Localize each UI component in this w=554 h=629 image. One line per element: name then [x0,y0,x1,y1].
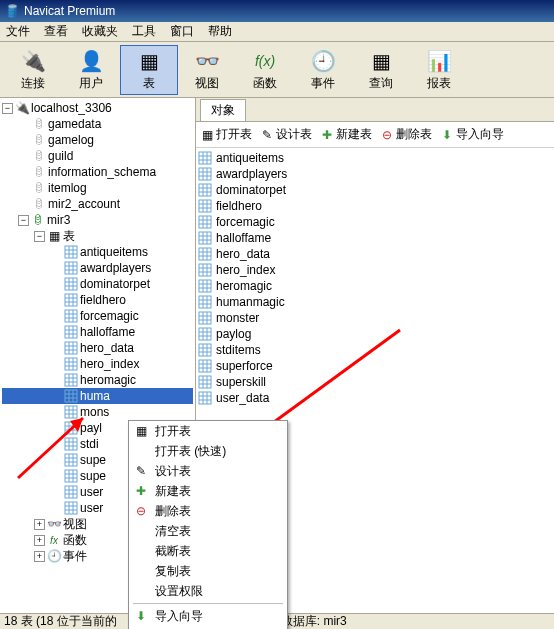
svg-rect-60 [65,438,77,450]
svg-rect-130 [199,296,211,308]
list-table-item[interactable]: superforce [198,358,552,374]
tree-table-item[interactable]: mons [2,404,193,420]
ctx-truncate-table[interactable]: 截断表 [129,541,287,561]
tree-db[interactable]: 🛢itemlog [2,180,193,196]
ctx-delete-table[interactable]: ⊖删除表 [129,501,287,521]
toolbar-connection[interactable]: 🔌连接 [4,45,62,95]
table-icon [64,261,78,275]
table-icon [64,501,78,515]
list-table-item[interactable]: user_data [198,390,552,406]
list-table-item[interactable]: monster [198,310,552,326]
tree-table-item[interactable]: awardplayers [2,260,193,276]
table-icon [64,437,78,451]
list-table-item[interactable]: awardplayers [198,166,552,182]
menu-favorites[interactable]: 收藏夹 [82,23,118,40]
expander-icon[interactable]: − [2,103,13,114]
list-table-item[interactable]: forcemagic [198,214,552,230]
toolbar-query[interactable]: ▦查询 [352,45,410,95]
list-table-item[interactable]: fieldhero [198,198,552,214]
toolbar-event[interactable]: 🕘事件 [294,45,352,95]
ctx-empty-table[interactable]: 清空表 [129,521,287,541]
ctx-open-fast[interactable]: 打开表 (快速) [129,441,287,461]
action-open-table[interactable]: ▦打开表 [200,126,252,143]
list-table-item[interactable]: heromagic [198,278,552,294]
action-import[interactable]: ⬇导入向导 [440,126,504,143]
tree-db[interactable]: 🛢gamelog [2,132,193,148]
list-table-item[interactable]: hero_index [198,262,552,278]
menu-help[interactable]: 帮助 [208,23,232,40]
list-table-item[interactable]: paylog [198,326,552,342]
tree-table-item[interactable]: halloffame [2,324,193,340]
toolbar-report[interactable]: 📊报表 [410,45,468,95]
action-design-table[interactable]: ✎设计表 [260,126,312,143]
svg-rect-20 [65,310,77,322]
menu-tools[interactable]: 工具 [132,23,156,40]
tree-table-item[interactable]: antiqueitems [2,244,193,260]
expander-icon[interactable]: + [34,535,45,546]
action-new-table[interactable]: ✚新建表 [320,126,372,143]
database-icon: 🛢 [32,181,46,195]
open-icon: ▦ [200,128,214,142]
list-table-item[interactable]: dominatorpet [198,182,552,198]
tabbar: 对象 [196,98,554,122]
app-icon: 🛢️ [4,3,20,19]
tree-db-mir3[interactable]: − 🛢 mir3 [2,212,193,228]
clock-icon: 🕘 [311,47,336,75]
menu-view[interactable]: 查看 [44,23,68,40]
tree-table-item[interactable]: hero_data [2,340,193,356]
titlebar: 🛢️ Navicat Premium [0,0,554,22]
tree-table-item[interactable]: fieldhero [2,292,193,308]
list-table-item[interactable]: antiqueitems [198,150,552,166]
tree-db[interactable]: 🛢mir2_account [2,196,193,212]
tree-folder-tables[interactable]: − ▦ 表 [2,228,193,244]
tree-db[interactable]: 🛢guild [2,148,193,164]
svg-rect-135 [199,312,211,324]
svg-rect-110 [199,232,211,244]
toolbar-user[interactable]: 👤用户 [62,45,120,95]
tree-connection[interactable]: − 🔌 localhost_3306 [2,100,193,116]
tree-db[interactable]: 🛢information_schema [2,164,193,180]
table-icon [198,327,212,341]
tree-table-item[interactable]: hero_index [2,356,193,372]
list-table-item[interactable]: humanmagic [198,294,552,310]
table-icon [198,183,212,197]
table-icon [198,215,212,229]
tab-objects[interactable]: 对象 [200,99,246,121]
toolbar-function[interactable]: f(x)函数 [236,45,294,95]
svg-rect-0 [65,246,77,258]
list-table-item[interactable]: hero_data [198,246,552,262]
menu-window[interactable]: 窗口 [170,23,194,40]
svg-rect-90 [199,168,211,180]
expander-icon[interactable]: + [34,519,45,530]
svg-rect-50 [65,406,77,418]
ctx-set-privileges[interactable]: 设置权限 [129,581,287,601]
table-icon [64,341,78,355]
toolbar: 🔌连接 👤用户 ▦表 👓视图 f(x)函数 🕘事件 ▦查询 📊报表 [0,42,554,98]
toolbar-table[interactable]: ▦表 [120,45,178,95]
expander-icon[interactable]: − [18,215,29,226]
ctx-open-table[interactable]: ▦打开表 [129,421,287,441]
menu-file[interactable]: 文件 [6,23,30,40]
list-table-item[interactable]: superskill [198,374,552,390]
expander-icon[interactable]: − [34,231,45,242]
list-table-item[interactable]: stditems [198,342,552,358]
tree-table-item[interactable]: dominatorpet [2,276,193,292]
toolbar-view[interactable]: 👓视图 [178,45,236,95]
table-icon [198,247,212,261]
ctx-copy-table[interactable]: 复制表 [129,561,287,581]
tree-table-item[interactable]: huma [2,388,193,404]
ctx-new-table[interactable]: ✚新建表 [129,481,287,501]
tree-table-item[interactable]: forcemagic [2,308,193,324]
svg-rect-85 [199,152,211,164]
expander-icon[interactable]: + [34,551,45,562]
table-icon [198,279,212,293]
ctx-import[interactable]: ⬇导入向导 [129,606,287,626]
svg-rect-75 [65,486,77,498]
svg-rect-150 [199,360,211,372]
tree-db[interactable]: 🛢gamedata [2,116,193,132]
svg-rect-45 [65,390,77,402]
ctx-design-table[interactable]: ✎设计表 [129,461,287,481]
action-delete-table[interactable]: ⊖删除表 [380,126,432,143]
tree-table-item[interactable]: heromagic [2,372,193,388]
list-table-item[interactable]: halloffame [198,230,552,246]
